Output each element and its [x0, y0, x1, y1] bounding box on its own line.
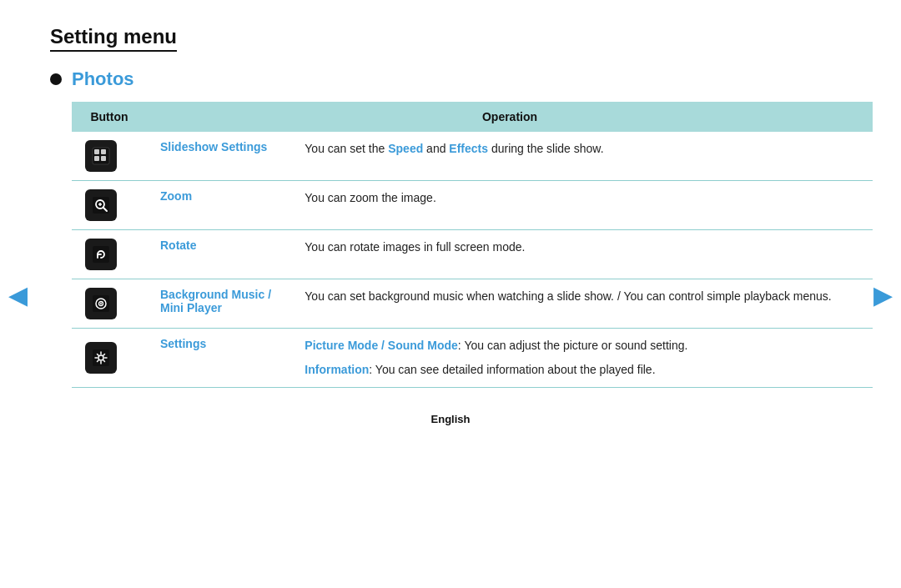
icon-cell: [72, 181, 147, 230]
operation-text: Picture Mode / Sound Mode: You can adjus…: [305, 337, 859, 379]
table-row: Rotate You can rotate images in full scr…: [72, 230, 873, 279]
operation-text: You can rotate images in full screen mod…: [305, 240, 525, 254]
feature-label: Zoom: [160, 189, 192, 203]
operation-text: You can set the Speed and Effects during…: [305, 142, 603, 155]
table-row: Background Music /Mini Player You can se…: [72, 279, 873, 329]
bullet-icon: [50, 73, 62, 85]
icon-cell: [72, 329, 147, 388]
effects-link: Effects: [449, 142, 488, 155]
nav-arrow-left[interactable]: ◀: [8, 279, 28, 309]
slideshow-icon: [85, 140, 117, 172]
svg-rect-3: [94, 156, 99, 161]
music-icon: [85, 288, 117, 319]
svg-point-14: [100, 303, 102, 304]
footer-language: English: [50, 413, 851, 425]
section-title: Photos: [72, 68, 134, 90]
icon-cell: [72, 279, 147, 329]
feature-label: Slideshow Settings: [160, 140, 267, 153]
table-row: Zoom You can zoom the image.: [72, 181, 873, 230]
col-header-button: Button: [72, 102, 147, 132]
feature-cell: Slideshow Settings: [147, 132, 291, 181]
feature-label: Settings: [160, 337, 206, 350]
feature-label: Rotate: [160, 239, 197, 252]
settings-icon: [85, 342, 117, 374]
icon-cell: [72, 132, 147, 181]
settings-table: Button Operation: [72, 102, 873, 388]
table-row: Settings Picture Mode / Sound Mode: You …: [72, 329, 873, 388]
operation-text: You can zoom the image.: [305, 191, 435, 204]
section-header: Photos: [50, 68, 851, 90]
feature-cell: Rotate: [147, 230, 291, 279]
operation-cell: Picture Mode / Sound Mode: You can adjus…: [291, 329, 873, 388]
rotate-icon: [85, 239, 117, 270]
icon-cell: [72, 230, 147, 279]
table-header-row: Button Operation: [72, 102, 873, 132]
operation-cell: You can set the Speed and Effects during…: [291, 132, 873, 181]
svg-rect-2: [101, 149, 106, 154]
feature-cell: Zoom: [147, 181, 291, 230]
nav-arrow-right[interactable]: ▶: [873, 279, 893, 309]
feature-cell: Background Music /Mini Player: [147, 279, 291, 329]
col-header-operation: Operation: [147, 102, 873, 132]
operation-cell: You can rotate images in full screen mod…: [291, 230, 873, 279]
picture-mode-link: Picture Mode / Sound Mode: [305, 339, 458, 352]
feature-label: Background Music /Mini Player: [160, 288, 271, 314]
page-title: Setting menu: [50, 25, 177, 52]
table-row: Slideshow Settings You can set the Speed…: [72, 132, 873, 181]
operation-text: You can set background music when watchi…: [305, 289, 831, 303]
svg-rect-1: [94, 149, 99, 154]
zoom-icon: [85, 189, 117, 221]
speed-link: Speed: [388, 142, 423, 155]
svg-rect-4: [101, 156, 106, 161]
operation-cell: You can set background music when watchi…: [291, 279, 873, 329]
information-link: Information: [305, 363, 369, 376]
feature-cell: Settings: [147, 329, 291, 388]
page-content: Setting menu Photos Button Operation: [0, 0, 901, 442]
operation-cell: You can zoom the image.: [291, 181, 873, 230]
